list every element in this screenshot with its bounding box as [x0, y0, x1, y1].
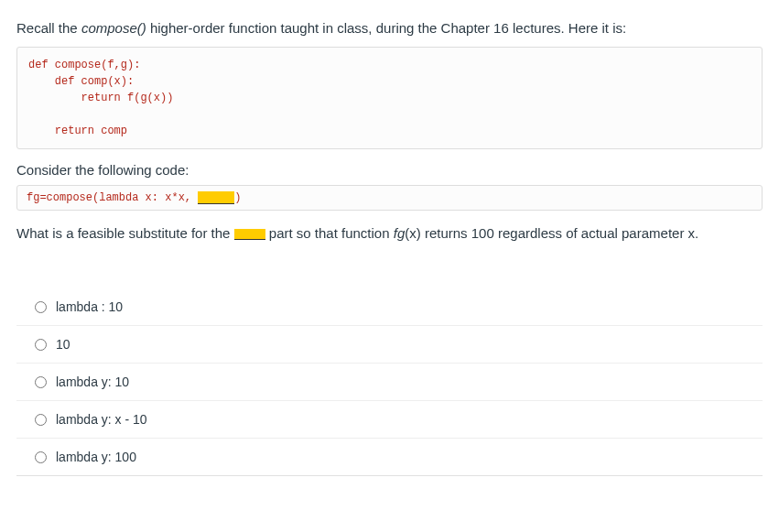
intro-func: compose()	[81, 20, 146, 36]
question-text: What is a feasible substitute for the pa…	[16, 223, 763, 243]
answer-option[interactable]: lambda : 10	[16, 288, 763, 326]
answer-label: lambda y: 100	[56, 450, 136, 464]
code-inline-after: )	[234, 191, 241, 204]
answer-label: lambda y: x - 10	[56, 412, 147, 427]
question-mid: part so that function	[265, 225, 394, 241]
code-blank	[198, 191, 234, 204]
question-paren: (x)	[405, 225, 421, 241]
answer-label: lambda y: 10	[56, 375, 129, 389]
answer-option[interactable]: 10	[16, 326, 763, 364]
question-fg: fg	[394, 225, 406, 241]
question-after: returns 100 regardless of actual paramet…	[421, 225, 699, 241]
intro-suffix: higher-order function taught in class, d…	[146, 20, 626, 36]
answer-option[interactable]: lambda y: 100	[16, 439, 763, 476]
consider-text: Consider the following code:	[16, 160, 763, 179]
radio-input[interactable]	[35, 376, 47, 388]
radio-input[interactable]	[35, 301, 47, 313]
code-block-fg: fg=compose(lambda x: x*x, )	[16, 185, 763, 211]
intro-text: Recall the compose() higher-order functi…	[16, 18, 763, 38]
radio-input[interactable]	[35, 414, 47, 426]
question-before: What is a feasible substitute for the	[16, 225, 234, 241]
intro-prefix: Recall the	[16, 20, 81, 36]
radio-input[interactable]	[35, 451, 47, 463]
answer-option[interactable]: lambda y: x - 10	[16, 401, 763, 439]
answer-label: lambda : 10	[56, 299, 123, 314]
answer-label: 10	[56, 337, 70, 352]
radio-input[interactable]	[35, 339, 47, 351]
answer-option[interactable]: lambda y: 10	[16, 364, 763, 401]
question-blank	[234, 229, 265, 240]
code-inline-before: fg=compose(lambda x: x*x,	[27, 191, 198, 204]
code-block-compose: def compose(f,g): def comp(x): return f(…	[16, 47, 763, 149]
answer-list: lambda : 10 10 lambda y: 10 lambda y: x …	[16, 288, 763, 476]
